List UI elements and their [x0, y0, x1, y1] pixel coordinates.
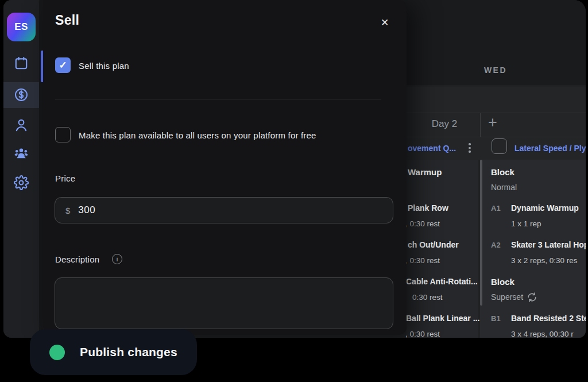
block-heading: Block [491, 167, 514, 177]
sell-this-plan-checkbox[interactable]: ✓ [55, 57, 71, 73]
day-title: Day 2 [409, 118, 480, 130]
exercise-detail: 3 x 4 reps, 00:30 r [511, 330, 574, 338]
publish-changes-button[interactable]: Publish changes [30, 329, 197, 375]
exercise-name: Dynamic Warmup [511, 203, 579, 213]
dollar-circle-icon [14, 87, 29, 102]
check-icon: ✓ [59, 59, 67, 71]
divider [55, 99, 381, 99]
app-window: WED Day 2 + ovement Q... Lateral Speed /… [3, 0, 586, 338]
publish-changes-label: Publish changes [80, 345, 177, 359]
sidebar-item-profile[interactable] [14, 118, 29, 133]
block-heading: Block [491, 277, 514, 287]
status-dot-icon [49, 345, 65, 360]
block-type: Normal [491, 183, 517, 192]
price-input[interactable] [78, 204, 354, 216]
kebab-menu-icon[interactable] [469, 143, 471, 153]
free-plan-checkbox[interactable] [55, 127, 71, 142]
calendar-icon [14, 56, 29, 71]
description-label: Description [55, 254, 99, 264]
sell-modal: Sell ✕ ✓ Sell this plan Make this plan a… [43, 0, 407, 335]
exercise-name: Band Resisted 2 Step [511, 314, 586, 323]
modal-title: Sell [55, 13, 79, 28]
currency-symbol: $ [65, 206, 70, 215]
divider [480, 113, 481, 137]
exercise-tag: A1 [491, 204, 501, 213]
exercise-name: ch Out/Under [408, 240, 459, 249]
exercise-detail: 1 x 1 rep [511, 219, 541, 228]
gear-icon [14, 175, 29, 190]
avatar[interactable]: ES [7, 13, 36, 41]
exercise-name: Plank Row [408, 203, 448, 213]
weekday-header: WED [405, 65, 586, 75]
sidebar-item-calendar[interactable] [14, 56, 29, 71]
exercise-detail: , 0:30 rest [405, 256, 440, 265]
description-textarea[interactable] [55, 277, 393, 329]
team-icon [14, 145, 29, 160]
person-icon [14, 118, 29, 133]
price-field: $ [55, 197, 393, 223]
exercise-detail: 0:30 rest [412, 293, 443, 302]
exercise-name: Cable Anti-Rotati... [406, 277, 478, 286]
left-plan-title-link[interactable]: ovement Q... [408, 144, 456, 153]
sell-this-plan-label: Sell this plan [79, 61, 129, 71]
exercise-tag: B1 [491, 314, 501, 323]
plan-checkbox[interactable] [492, 138, 507, 154]
sidebar-item-settings[interactable] [14, 175, 29, 190]
exercise-tag: A2 [491, 241, 501, 249]
close-icon[interactable]: ✕ [378, 16, 392, 29]
drag-handle[interactable] [480, 160, 482, 306]
sidebar: ES [3, 0, 43, 338]
block-heading: Warmup [408, 167, 442, 177]
add-plan-button[interactable]: + [488, 114, 497, 132]
exercise-name: Ball Plank Linear ... [406, 314, 479, 323]
sidebar-item-sales[interactable] [14, 87, 29, 102]
exercise-detail: 3 x 2 reps, 0:30 res [511, 256, 578, 265]
price-label: Price [55, 173, 75, 183]
block-type: Superset [491, 292, 523, 302]
right-plan-title-link[interactable]: Lateral Speed / Plyo [514, 144, 586, 153]
exercise-detail: , 0:30 rest [405, 330, 440, 338]
info-icon: i [112, 254, 122, 264]
free-plan-label: Make this plan available to all users on… [79, 130, 316, 140]
sidebar-item-clients[interactable] [14, 145, 29, 160]
exercise-detail: , 0:30 rest [405, 219, 440, 228]
superset-cycle-icon [527, 292, 537, 303]
exercise-name: Skater 3 Lateral Hop [511, 240, 586, 249]
